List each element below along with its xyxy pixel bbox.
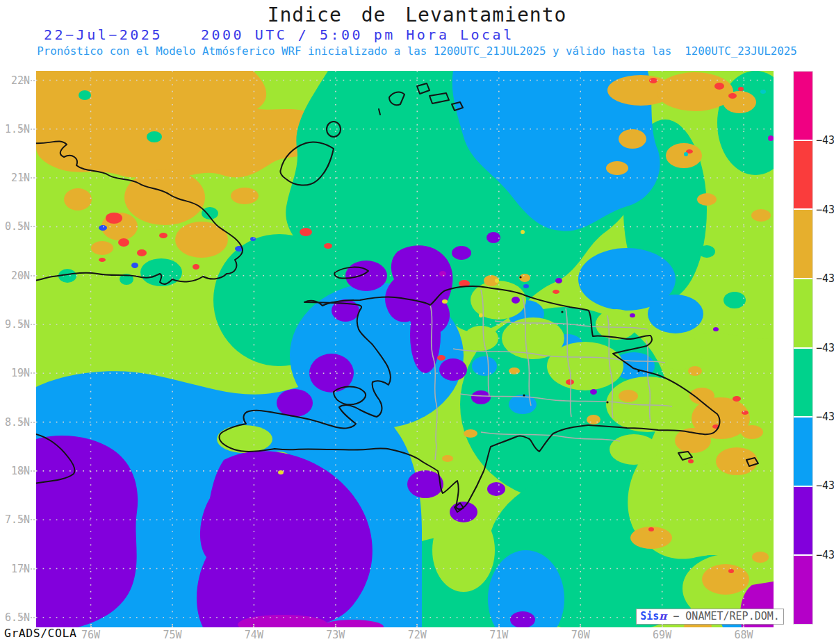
watermark-org: − ONAMET/REP.DOM. — [667, 610, 780, 622]
y-axis-tick — [20, 226, 35, 227]
watermark-pi-icon: π — [659, 610, 667, 622]
lifted-index-map — [36, 71, 774, 627]
colorbar-tick-−43.6: −43.6 — [816, 479, 834, 492]
x-axis-tick — [253, 624, 254, 627]
colorbar-tick-−43.3: −43.3 — [816, 272, 834, 285]
x-axis-tick — [580, 624, 581, 627]
x-axis-tick — [90, 624, 92, 627]
x-axis-tick — [743, 624, 744, 627]
y-axis-tick — [20, 470, 35, 472]
x-axis-label-74W: 74W — [233, 629, 275, 641]
x-axis-tick — [416, 624, 418, 627]
y-axis-tick — [20, 324, 35, 325]
weather-map-app: Indice de Levantamiento 22−Jul−2025 2000… — [0, 0, 834, 644]
map-plot — [36, 71, 774, 627]
colorbar-tick-−43.4: −43.4 — [816, 342, 834, 354]
y-axis-tick — [20, 177, 35, 179]
y-axis-tick — [20, 422, 35, 423]
watermark-box: Sisπ − ONAMET/REP.DOM. — [636, 609, 784, 625]
y-axis-tick — [20, 275, 35, 276]
y-axis-tick — [20, 617, 35, 618]
colorbar-tick-−43.7: −43.7 — [816, 549, 834, 561]
x-axis-label-73W: 73W — [315, 629, 357, 641]
grads-attribution: GrADS/COLA — [4, 627, 76, 640]
valid-date: 22−Jul−2025 — [44, 26, 163, 43]
y-axis-tick — [20, 372, 35, 374]
valid-time: 2000 UTC / 5:00 pm Hora Local — [201, 26, 514, 43]
colorbar-segment-3 — [794, 210, 812, 278]
x-axis-tick — [172, 624, 173, 627]
x-axis-label-72W: 72W — [396, 629, 438, 641]
colorbar-tick-−43.2: −43.2 — [816, 204, 834, 216]
y-axis-tick — [20, 519, 35, 520]
colorbar-tick-−43.5: −43.5 — [816, 411, 834, 423]
x-axis-tick — [498, 624, 500, 627]
colorbar-segment-4 — [794, 279, 812, 347]
y-axis-tick — [20, 129, 35, 130]
colorbar — [794, 72, 812, 624]
x-axis-label-76W: 76W — [70, 629, 112, 641]
x-axis-label-75W: 75W — [152, 629, 193, 641]
colorbar-tick-−43.1: −43.1 — [816, 134, 834, 147]
y-axis-tick — [20, 568, 35, 570]
colorbar-segment-8 — [794, 556, 812, 624]
colorbar-segment-1 — [794, 72, 812, 140]
page-title: Indice de Levantamiento — [0, 3, 834, 26]
x-axis-label-70W: 70W — [559, 629, 601, 641]
x-axis-label-69W: 69W — [641, 629, 683, 641]
x-axis-tick — [335, 624, 336, 627]
colorbar-segment-7 — [794, 487, 812, 555]
y-axis-tick — [20, 80, 35, 81]
watermark-sis: Sis — [640, 610, 659, 622]
x-axis-tick — [662, 624, 663, 627]
colorbar-segment-6 — [794, 418, 812, 486]
colorbar-segment-2 — [794, 141, 812, 209]
x-axis-label-68W: 68W — [723, 629, 764, 641]
colorbar-segment-5 — [794, 349, 812, 417]
forecast-subtitle: Pronóstico con el Modelo Atmósferico WRF… — [0, 44, 834, 58]
x-axis-label-71W: 71W — [478, 629, 520, 641]
